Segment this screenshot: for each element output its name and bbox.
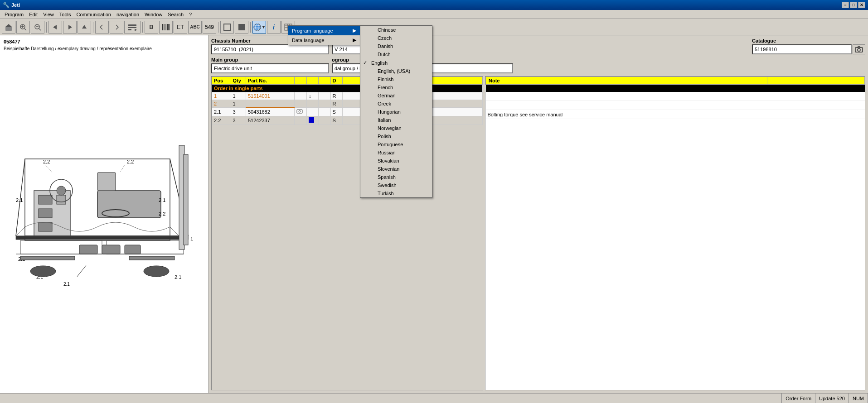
lang-slovakian[interactable]: Slovakian <box>360 157 432 165</box>
lang-label-italian: Italian <box>378 117 391 123</box>
minimize-button[interactable]: − <box>842 2 849 8</box>
table-row[interactable]: 2.2 3 51242337 S <box>212 116 483 125</box>
data-language-item[interactable]: Data language ▶ <box>288 35 360 45</box>
lang-italian[interactable]: Italian <box>360 116 432 124</box>
svg-rect-43 <box>125 245 141 254</box>
lang-hungarian[interactable]: Hungarian <box>360 108 432 116</box>
svg-text:2.1: 2.1 <box>63 282 70 287</box>
box-empty-button[interactable] <box>220 21 234 34</box>
check-english: ✓ <box>363 60 369 66</box>
lang-danish[interactable]: Danish <box>360 42 432 50</box>
col-5 <box>307 77 319 85</box>
svg-line-3 <box>24 29 26 30</box>
back-button[interactable] <box>48 21 62 34</box>
svg-rect-19 <box>166 24 166 30</box>
zoom-out-button[interactable] <box>31 21 44 34</box>
svg-text:2.2: 2.2 <box>159 211 165 216</box>
lang-czech[interactable]: Czech <box>360 34 432 42</box>
left-panel: 058477 Beispielhafte Darstellung / exemp… <box>0 35 209 393</box>
table-row[interactable]: 2.1 3 50431682 S <box>212 108 483 116</box>
bold-button[interactable]: B <box>145 21 158 34</box>
toolbar-sep-3 <box>142 22 143 33</box>
lang-norwegian[interactable]: Norwegian <box>360 124 432 132</box>
menu-view[interactable]: View <box>40 11 57 18</box>
program-language-label: Program language <box>292 28 333 34</box>
lang-dutch[interactable]: Dutch <box>360 50 432 58</box>
forward-button[interactable] <box>63 21 77 34</box>
menu-navigation[interactable]: navigation <box>114 11 142 18</box>
close-button[interactable]: ✕ <box>858 2 865 8</box>
note-row-2 <box>486 101 865 110</box>
svg-rect-45 <box>97 173 116 191</box>
nav-back-button[interactable] <box>95 21 109 34</box>
maingroup-input[interactable] <box>211 63 329 73</box>
lang-swedish[interactable]: Swedish <box>360 181 432 189</box>
up-button[interactable] <box>78 21 91 34</box>
parts-table-area: Pos Qty Part No. D Order in single p <box>211 76 483 390</box>
menu-search[interactable]: Search <box>165 11 186 18</box>
lang-greek[interactable]: Greek <box>360 100 432 108</box>
menu-program[interactable]: Program <box>2 11 26 18</box>
globe-dropdown: Program language ▶ Data language ▶ Chine… <box>288 25 360 45</box>
svg-point-70 <box>30 266 56 277</box>
abc-button[interactable]: ABC <box>188 21 202 34</box>
title-bar-controls: − □ ✕ <box>842 2 865 8</box>
lang-spanish[interactable]: Spanish <box>360 173 432 181</box>
note-row-1 <box>486 92 865 101</box>
layers-button[interactable] <box>124 21 141 34</box>
home-button[interactable] <box>2 21 15 34</box>
table-row[interactable]: 1 1 51514001 ↓ R <box>212 92 483 100</box>
lang-french[interactable]: French <box>360 83 432 91</box>
svg-text:1: 1 <box>190 236 193 241</box>
globe-button[interactable]: ▼ <box>252 21 266 34</box>
status-empty <box>0 393 782 403</box>
svg-text:2.2: 2.2 <box>43 159 50 164</box>
lang-turkish[interactable]: Turkish <box>360 189 432 197</box>
note-row-3: Bolting torque see service manual <box>486 110 865 119</box>
info-button[interactable]: i <box>267 21 281 34</box>
lang-label-hungarian: Hungarian <box>378 109 401 115</box>
lang-label-french: French <box>378 85 393 90</box>
catalogue-group: Catalogue <box>752 38 865 54</box>
col-partno: Part No. <box>246 77 294 85</box>
lang-label-spanish: Spanish <box>378 174 396 180</box>
lang-english[interactable]: ✓ English <box>360 58 432 67</box>
box-filled-button[interactable] <box>235 21 248 34</box>
svg-line-73 <box>77 265 86 277</box>
lang-label-english: English <box>371 60 388 66</box>
lang-polish[interactable]: Polish <box>360 132 432 140</box>
table-row[interactable]: 2 1 R <box>212 100 483 108</box>
lang-finnish[interactable]: Finnish <box>360 75 432 83</box>
lang-portuguese[interactable]: Portuguese <box>360 140 432 149</box>
numbers-button[interactable]: 549 <box>203 21 216 34</box>
lang-english-usa[interactable]: English, (USA) <box>360 67 432 75</box>
program-language-item[interactable]: Program language ▶ <box>288 26 360 35</box>
svg-rect-48 <box>39 195 52 204</box>
lang-russian[interactable]: Russian <box>360 149 432 157</box>
menu-tools[interactable]: Tools <box>57 11 74 18</box>
drawing-area: 2.2 2.2 2.1 2.2 2.1 2.2 2.1 2.1 1 <box>4 55 204 389</box>
barcode-button[interactable] <box>159 21 173 34</box>
menu-help[interactable]: ? <box>186 11 194 18</box>
lang-slovenian[interactable]: Slovenian <box>360 165 432 173</box>
camera-icon[interactable] <box>853 44 865 54</box>
zoom-in-button[interactable] <box>16 21 30 34</box>
chassis-input[interactable] <box>211 44 329 54</box>
nav-forward-button[interactable] <box>110 21 123 34</box>
catalogue-input[interactable] <box>752 44 852 54</box>
lang-german[interactable]: German <box>360 91 432 100</box>
lang-label-dutch: Dutch <box>378 52 391 57</box>
menu-communication[interactable]: Communication <box>74 11 114 18</box>
svg-point-67 <box>57 186 66 195</box>
form-second-row: Main group ogroup <box>211 57 865 73</box>
lang-chinese[interactable]: Chinese <box>360 26 432 34</box>
blue-indicator <box>309 117 314 123</box>
svg-rect-51 <box>57 195 66 204</box>
status-num: NUM <box>849 393 868 403</box>
title-bar: 🔧 Jeti − □ ✕ <box>0 0 868 10</box>
maximize-button[interactable]: □ <box>850 2 857 8</box>
text-button[interactable]: ET <box>174 21 187 34</box>
data-language-label: Data language <box>292 38 325 43</box>
menu-window[interactable]: Window <box>142 11 165 18</box>
menu-edit[interactable]: Edit <box>26 11 40 18</box>
